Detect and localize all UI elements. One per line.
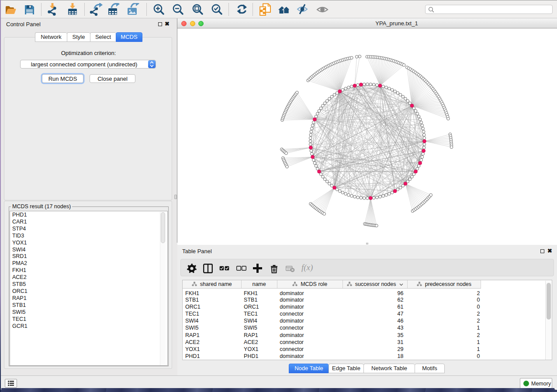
svg-text:f(x): f(x)	[301, 263, 313, 272]
